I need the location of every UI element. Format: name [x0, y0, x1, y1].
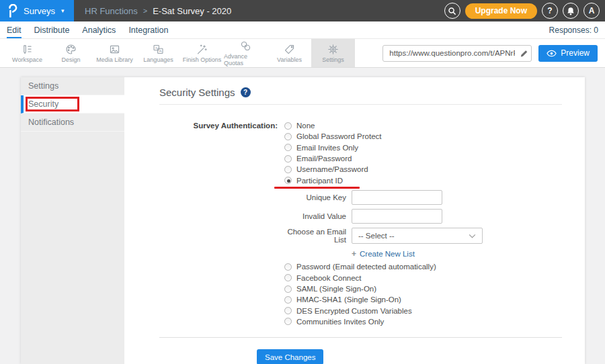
radio-label: Facebook Connect [296, 274, 362, 282]
save-changes-button[interactable]: Save Changes [257, 349, 323, 364]
svg-text:x: x [155, 46, 157, 50]
invalid-value-input[interactable] [352, 209, 442, 224]
title-divider [159, 104, 562, 105]
page-title: Security Settings [159, 87, 235, 98]
radio-icon [284, 296, 292, 304]
radio-label: Email/Password [296, 154, 352, 163]
chevron-down-icon: ▾ [61, 7, 65, 14]
invalid-value-label: Invalid Value [284, 212, 346, 220]
radio-label: DES Encrypted Custom Variables [296, 307, 412, 315]
toolbar-item-settings[interactable]: Settings [311, 39, 355, 67]
search-button[interactable] [444, 3, 460, 19]
radio-username-password[interactable]: Username/Password [284, 164, 483, 175]
avatar-initial: A [589, 6, 595, 15]
radio-password-email-detected[interactable]: Password (Email detected automatically) [284, 261, 483, 272]
radio-participant-id[interactable]: Participant ID [284, 175, 483, 185]
radio-label: Global Password Protect [296, 132, 382, 140]
breadcrumb-survey-title[interactable]: E-Sat Survey - 2020 [153, 6, 231, 16]
help-button[interactable]: ? [542, 3, 558, 19]
radio-icon [284, 155, 292, 163]
annotation-underline [274, 187, 360, 189]
invalid-value-row: Invalid Value [284, 209, 483, 224]
media-library-icon [108, 43, 121, 56]
radio-icon [284, 133, 292, 140]
radio-label: Participant ID [296, 177, 343, 185]
sidebar-item-settings[interactable]: Settings [21, 77, 124, 95]
survey-authentication-row: Survey Authentication: None Global Passw… [159, 120, 562, 327]
responses-count[interactable]: Responses: 0 [549, 21, 598, 38]
radio-label: Username/Password [296, 165, 368, 173]
radio-icon [284, 307, 292, 314]
toolbar-item-languages[interactable]: xA Languages [136, 39, 180, 67]
unique-key-row: Unique Key [284, 190, 483, 205]
toolbar-item-advance-quotas[interactable]: Advance Quotas [224, 39, 268, 67]
radio-facebook-connect[interactable]: Facebook Connect [284, 273, 483, 283]
survey-url-input[interactable] [383, 49, 516, 57]
top-bar: Surveys ▾ HR Functions > E-Sat Survey - … [0, 0, 605, 21]
radio-selected-icon [284, 177, 292, 184]
product-name: Surveys [24, 6, 55, 16]
notifications-button[interactable] [563, 3, 579, 19]
plus-icon: + [352, 249, 356, 259]
tag-icon [283, 43, 296, 56]
toolbar-item-finish-options[interactable]: Finish Options [180, 39, 224, 67]
radio-communities-invites-only[interactable]: Communities Invites Only [284, 316, 483, 327]
toolbar-item-label: Workspace [12, 56, 42, 63]
sidebar-item-label: Security [28, 99, 58, 109]
survey-authentication-label: Survey Authentication: [159, 120, 284, 327]
radio-email-password[interactable]: Email/Password [284, 153, 483, 164]
unique-key-input[interactable] [352, 190, 442, 205]
breadcrumb: HR Functions > E-Sat Survey - 2020 [85, 6, 231, 16]
toolbar-item-design[interactable]: Design [49, 39, 93, 67]
survey-url-box [382, 45, 532, 62]
create-new-list-link[interactable]: + Create New List [352, 249, 483, 259]
edit-toolbar: Workspace Design Media Library xA Langua… [0, 39, 605, 68]
edit-url-button[interactable] [516, 49, 531, 58]
product-switcher[interactable]: Surveys ▾ [0, 0, 74, 21]
toolbar-item-label: Advance Quotas [224, 53, 268, 66]
toolbar-item-label: Settings [322, 56, 344, 63]
radio-global-password-protect[interactable]: Global Password Protect [284, 131, 483, 142]
radio-email-invites-only[interactable]: Email Invites Only [284, 142, 483, 153]
avatar[interactable]: A [583, 3, 600, 19]
tab-integration[interactable]: Integration [128, 21, 168, 38]
toolbar-item-label: Languages [143, 56, 173, 63]
gear-icon [327, 43, 339, 56]
radio-label: None [296, 122, 315, 130]
chain-links-icon [239, 40, 252, 52]
toolbar-item-media-library[interactable]: Media Library [93, 39, 136, 67]
sidebar-item-notifications[interactable]: Notifications [21, 113, 124, 132]
radio-icon [284, 318, 292, 325]
settings-sidebar: Settings Security Notifications [21, 77, 124, 364]
sidebar-item-security[interactable]: Security [21, 95, 124, 113]
svg-text:A: A [159, 49, 163, 53]
radio-icon [284, 166, 292, 173]
email-list-select[interactable]: -- Select -- [352, 228, 483, 244]
radio-label: Communities Invites Only [296, 318, 384, 326]
radio-label: HMAC-SHA1 (Single Sign-On) [296, 295, 401, 304]
radio-icon [284, 274, 292, 281]
tab-distribute[interactable]: Distribute [34, 21, 70, 38]
magic-wand-icon [196, 43, 208, 56]
breadcrumb-folder[interactable]: HR Functions [85, 6, 138, 16]
eye-icon [547, 50, 557, 57]
tab-edit[interactable]: Edit [7, 21, 22, 38]
preview-button-label: Preview [561, 48, 590, 58]
preview-button[interactable]: Preview [538, 45, 598, 62]
unique-key-label: Unique Key [284, 193, 346, 201]
tab-analytics[interactable]: Analytics [82, 21, 116, 38]
radio-hmac-sha1-sso[interactable]: HMAC-SHA1 (Single Sign-On) [284, 294, 483, 305]
toolbar-item-variables[interactable]: Variables [268, 39, 311, 67]
radio-none[interactable]: None [284, 120, 483, 131]
toolbar-item-label: Media Library [96, 56, 133, 63]
help-icon[interactable]: ? [241, 87, 251, 97]
survey-url-area: Preview [382, 39, 605, 67]
radio-des-encrypted-variables[interactable]: DES Encrypted Custom Variables [284, 305, 483, 316]
toolbar-item-workspace[interactable]: Workspace [5, 39, 49, 67]
chevron-down-icon [469, 234, 476, 238]
toolbar-item-label: Variables [277, 56, 302, 63]
radio-icon [284, 122, 292, 130]
upgrade-now-button[interactable]: Upgrade Now [465, 3, 537, 19]
email-list-label: Choose an Email List [284, 228, 346, 244]
radio-saml-sso[interactable]: SAML (Single Sign-On) [284, 283, 483, 294]
